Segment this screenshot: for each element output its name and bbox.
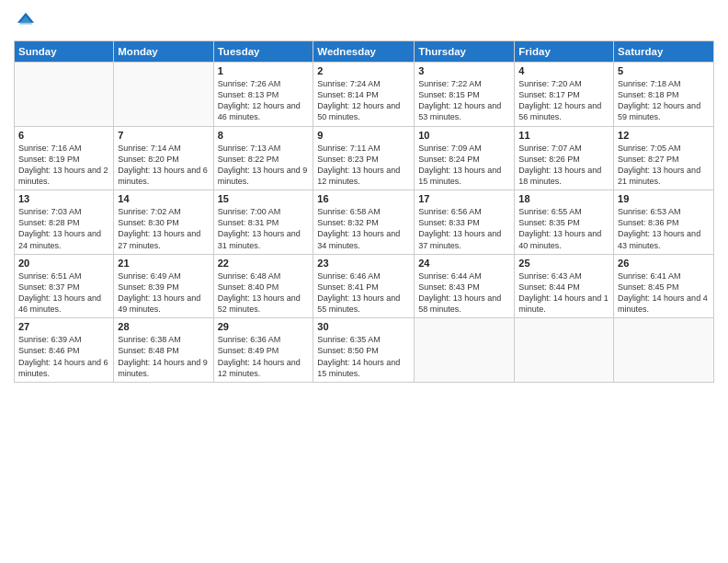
calendar-cell: 21Sunrise: 6:49 AM Sunset: 8:39 PM Dayli… — [114, 254, 213, 318]
calendar-cell: 15Sunrise: 7:00 AM Sunset: 8:31 PM Dayli… — [213, 190, 313, 255]
calendar-cell: 28Sunrise: 6:38 AM Sunset: 8:48 PM Dayli… — [114, 318, 213, 383]
calendar-cell: 17Sunrise: 6:56 AM Sunset: 8:33 PM Dayli… — [415, 190, 515, 255]
page: SundayMondayTuesdayWednesdayThursdayFrid… — [0, 0, 728, 563]
calendar-cell: 14Sunrise: 7:02 AM Sunset: 8:30 PM Dayli… — [114, 190, 213, 255]
day-number: 3 — [418, 65, 510, 76]
calendar-cell — [614, 318, 714, 383]
calendar-cell: 23Sunrise: 6:46 AM Sunset: 8:41 PM Dayli… — [313, 254, 415, 318]
day-info: Sunrise: 7:02 AM Sunset: 8:30 PM Dayligh… — [118, 206, 209, 251]
calendar-cell: 11Sunrise: 7:07 AM Sunset: 8:26 PM Dayli… — [515, 126, 614, 190]
day-number: 26 — [618, 258, 710, 269]
calendar: SundayMondayTuesdayWednesdayThursdayFrid… — [14, 40, 714, 383]
weekday-friday: Friday — [515, 41, 614, 63]
day-info: Sunrise: 6:36 AM Sunset: 8:49 PM Dayligh… — [218, 334, 310, 379]
calendar-cell: 5Sunrise: 7:18 AM Sunset: 8:18 PM Daylig… — [614, 63, 714, 127]
calendar-cell: 22Sunrise: 6:48 AM Sunset: 8:40 PM Dayli… — [213, 254, 313, 318]
day-info: Sunrise: 6:43 AM Sunset: 8:44 PM Dayligh… — [518, 270, 609, 316]
weekday-saturday: Saturday — [614, 41, 714, 63]
calendar-cell: 3Sunrise: 7:22 AM Sunset: 8:15 PM Daylig… — [415, 63, 515, 127]
calendar-cell: 4Sunrise: 7:20 AM Sunset: 8:17 PM Daylig… — [515, 63, 614, 127]
day-number: 29 — [218, 321, 310, 332]
weekday-wednesday: Wednesday — [313, 41, 415, 63]
day-number: 25 — [518, 258, 609, 269]
day-info: Sunrise: 7:16 AM Sunset: 8:19 PM Dayligh… — [18, 143, 109, 188]
day-info: Sunrise: 7:14 AM Sunset: 8:20 PM Dayligh… — [118, 143, 209, 188]
day-number: 28 — [118, 321, 209, 332]
week-row-2: 13Sunrise: 7:03 AM Sunset: 8:28 PM Dayli… — [15, 190, 714, 255]
calendar-cell — [114, 63, 213, 127]
day-info: Sunrise: 6:39 AM Sunset: 8:46 PM Dayligh… — [18, 334, 109, 379]
weekday-thursday: Thursday — [415, 41, 515, 63]
day-info: Sunrise: 6:53 AM Sunset: 8:36 PM Dayligh… — [618, 206, 710, 251]
week-row-0: 1Sunrise: 7:26 AM Sunset: 8:13 PM Daylig… — [15, 63, 714, 127]
day-info: Sunrise: 7:00 AM Sunset: 8:31 PM Dayligh… — [218, 206, 310, 251]
day-number: 13 — [18, 193, 109, 204]
week-row-1: 6Sunrise: 7:16 AM Sunset: 8:19 PM Daylig… — [15, 126, 714, 190]
day-info: Sunrise: 7:22 AM Sunset: 8:15 PM Dayligh… — [418, 78, 510, 123]
day-number: 24 — [418, 258, 510, 269]
calendar-cell: 20Sunrise: 6:51 AM Sunset: 8:37 PM Dayli… — [15, 254, 114, 318]
day-info: Sunrise: 6:55 AM Sunset: 8:35 PM Dayligh… — [518, 206, 609, 251]
day-number: 27 — [18, 321, 109, 332]
day-info: Sunrise: 6:58 AM Sunset: 8:32 PM Dayligh… — [317, 206, 410, 251]
calendar-cell: 25Sunrise: 6:43 AM Sunset: 8:44 PM Dayli… — [515, 254, 614, 318]
calendar-cell: 10Sunrise: 7:09 AM Sunset: 8:24 PM Dayli… — [415, 126, 515, 190]
day-info: Sunrise: 7:18 AM Sunset: 8:18 PM Dayligh… — [618, 78, 710, 123]
day-info: Sunrise: 6:35 AM Sunset: 8:50 PM Dayligh… — [317, 334, 410, 379]
day-info: Sunrise: 7:07 AM Sunset: 8:26 PM Dayligh… — [518, 143, 609, 188]
calendar-cell — [415, 318, 515, 383]
day-info: Sunrise: 6:38 AM Sunset: 8:48 PM Dayligh… — [118, 334, 209, 379]
calendar-cell — [15, 63, 114, 127]
calendar-cell: 2Sunrise: 7:24 AM Sunset: 8:14 PM Daylig… — [313, 63, 415, 127]
weekday-tuesday: Tuesday — [213, 41, 313, 63]
day-info: Sunrise: 7:03 AM Sunset: 8:28 PM Dayligh… — [18, 206, 109, 251]
weekday-monday: Monday — [114, 41, 213, 63]
calendar-cell: 8Sunrise: 7:13 AM Sunset: 8:22 PM Daylig… — [213, 126, 313, 190]
day-info: Sunrise: 7:26 AM Sunset: 8:13 PM Dayligh… — [218, 78, 310, 123]
day-info: Sunrise: 7:13 AM Sunset: 8:22 PM Dayligh… — [218, 143, 310, 188]
day-number: 18 — [518, 193, 609, 204]
calendar-cell — [515, 318, 614, 383]
day-info: Sunrise: 7:20 AM Sunset: 8:17 PM Dayligh… — [518, 78, 609, 123]
calendar-cell: 1Sunrise: 7:26 AM Sunset: 8:13 PM Daylig… — [213, 63, 313, 127]
day-number: 22 — [218, 258, 310, 269]
day-number: 30 — [317, 321, 410, 332]
calendar-cell: 27Sunrise: 6:39 AM Sunset: 8:46 PM Dayli… — [15, 318, 114, 383]
day-number: 9 — [317, 130, 410, 141]
weekday-sunday: Sunday — [15, 41, 114, 63]
day-info: Sunrise: 6:44 AM Sunset: 8:43 PM Dayligh… — [418, 270, 510, 316]
day-number: 19 — [618, 193, 710, 204]
day-number: 16 — [317, 193, 410, 204]
day-number: 1 — [218, 65, 310, 76]
day-number: 21 — [118, 258, 209, 269]
day-number: 15 — [218, 193, 310, 204]
calendar-cell: 13Sunrise: 7:03 AM Sunset: 8:28 PM Dayli… — [15, 190, 114, 255]
day-info: Sunrise: 7:05 AM Sunset: 8:27 PM Dayligh… — [618, 143, 710, 188]
calendar-cell: 16Sunrise: 6:58 AM Sunset: 8:32 PM Dayli… — [313, 190, 415, 255]
day-info: Sunrise: 6:56 AM Sunset: 8:33 PM Dayligh… — [418, 206, 510, 251]
day-info: Sunrise: 6:49 AM Sunset: 8:39 PM Dayligh… — [118, 270, 209, 316]
day-info: Sunrise: 7:24 AM Sunset: 8:14 PM Dayligh… — [317, 78, 410, 123]
weekday-header-row: SundayMondayTuesdayWednesdayThursdayFrid… — [15, 41, 714, 63]
calendar-cell: 29Sunrise: 6:36 AM Sunset: 8:49 PM Dayli… — [213, 318, 313, 383]
day-number: 7 — [118, 130, 209, 141]
day-number: 10 — [418, 130, 510, 141]
day-number: 14 — [118, 193, 209, 204]
week-row-3: 20Sunrise: 6:51 AM Sunset: 8:37 PM Dayli… — [15, 254, 714, 318]
day-number: 20 — [18, 258, 109, 269]
day-number: 5 — [618, 65, 710, 76]
day-number: 8 — [218, 130, 310, 141]
day-info: Sunrise: 6:41 AM Sunset: 8:45 PM Dayligh… — [618, 270, 710, 316]
calendar-cell: 26Sunrise: 6:41 AM Sunset: 8:45 PM Dayli… — [614, 254, 714, 318]
logo — [14, 9, 38, 33]
calendar-cell: 24Sunrise: 6:44 AM Sunset: 8:43 PM Dayli… — [415, 254, 515, 318]
header — [14, 9, 714, 33]
calendar-cell: 12Sunrise: 7:05 AM Sunset: 8:27 PM Dayli… — [614, 126, 714, 190]
week-row-4: 27Sunrise: 6:39 AM Sunset: 8:46 PM Dayli… — [15, 318, 714, 383]
calendar-cell: 9Sunrise: 7:11 AM Sunset: 8:23 PM Daylig… — [313, 126, 415, 190]
day-info: Sunrise: 6:46 AM Sunset: 8:41 PM Dayligh… — [317, 270, 410, 316]
day-number: 4 — [518, 65, 609, 76]
day-number: 12 — [618, 130, 710, 141]
calendar-cell: 30Sunrise: 6:35 AM Sunset: 8:50 PM Dayli… — [313, 318, 415, 383]
day-number: 2 — [317, 65, 410, 76]
